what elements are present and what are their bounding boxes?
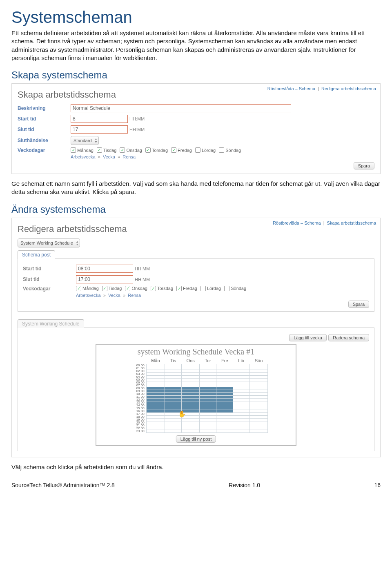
slut-tid-input[interactable]: [71, 125, 128, 134]
calendar-cell[interactable]: [233, 401, 250, 404]
calendar-cell[interactable]: [250, 412, 268, 415]
calendar-cell[interactable]: [146, 401, 165, 404]
link-rensa[interactable]: Rensa: [128, 293, 141, 298]
calendar-cell[interactable]: [250, 395, 268, 398]
calendar-cell[interactable]: [182, 407, 200, 410]
breadcrumb-item[interactable]: Röstbrevlåda – Schema: [267, 86, 315, 91]
calendar-cell[interactable]: [250, 415, 268, 418]
calendar-cell[interactable]: [200, 364, 216, 367]
weekday-checkbox[interactable]: ✓Tisdag: [102, 286, 122, 291]
calendar-cell[interactable]: [146, 378, 165, 381]
calendar-cell[interactable]: [165, 378, 182, 381]
delete-schedule-button[interactable]: Radera schema: [328, 334, 369, 341]
calendar-cell[interactable]: [182, 421, 200, 424]
calendar-cell[interactable]: [216, 401, 233, 404]
calendar-cell[interactable]: [182, 390, 200, 392]
calendar-cell[interactable]: [165, 418, 182, 421]
breadcrumb-item[interactable]: Redigera arbetstidsschema: [321, 86, 376, 91]
calendar-cell[interactable]: [250, 372, 268, 375]
calendar-cell[interactable]: [182, 370, 200, 372]
calendar-cell[interactable]: [233, 390, 250, 392]
calendar-cell[interactable]: [146, 430, 165, 432]
save-button[interactable]: Spara: [354, 162, 374, 169]
calendar-cell[interactable]: [182, 424, 200, 427]
calendar-cell[interactable]: [182, 381, 200, 384]
calendar-cell[interactable]: [216, 392, 233, 395]
weekday-checkbox[interactable]: ✓Fredag: [176, 286, 197, 291]
calendar-cell[interactable]: [216, 430, 233, 432]
calendar-cell[interactable]: [200, 418, 216, 421]
calendar-cell[interactable]: [250, 367, 268, 370]
calendar-cell[interactable]: [200, 387, 216, 390]
calendar-cell[interactable]: [146, 395, 165, 398]
calendar-cell[interactable]: [200, 401, 216, 404]
calendar-cell[interactable]: [182, 430, 200, 432]
calendar-cell[interactable]: [165, 398, 182, 401]
calendar-cell[interactable]: [233, 372, 250, 375]
calendar-cell[interactable]: [250, 410, 268, 412]
calendar-cell[interactable]: [233, 370, 250, 372]
weekday-checkbox[interactable]: ✓Måndag: [71, 147, 94, 153]
calendar-cell[interactable]: [146, 404, 165, 407]
calendar-cell[interactable]: [182, 372, 200, 375]
calendar-cell[interactable]: [146, 381, 165, 384]
calendar-cell[interactable]: [165, 395, 182, 398]
calendar-cell[interactable]: [216, 421, 233, 424]
calendar-cell[interactable]: [216, 364, 233, 367]
weekday-checkbox[interactable]: ✓Måndag: [76, 286, 99, 291]
link-rensa[interactable]: Rensa: [122, 154, 136, 159]
link-vecka[interactable]: Vecka: [103, 154, 115, 159]
calendar-cell[interactable]: [146, 392, 165, 395]
calendar-cell[interactable]: [146, 384, 165, 387]
weekday-checkbox[interactable]: ✓Torsdag: [151, 286, 173, 291]
calendar-cell[interactable]: [182, 392, 200, 395]
calendar-cell[interactable]: [165, 364, 182, 367]
calendar-cell[interactable]: [165, 430, 182, 432]
calendar-cell[interactable]: [216, 395, 233, 398]
calendar-cell[interactable]: [216, 372, 233, 375]
calendar-cell[interactable]: [200, 427, 216, 430]
calendar-cell[interactable]: [165, 427, 182, 430]
calendar-cell[interactable]: [146, 390, 165, 392]
calendar-cell[interactable]: [200, 367, 216, 370]
calendar-cell[interactable]: [146, 407, 165, 410]
calendar-cell[interactable]: [216, 410, 233, 412]
calendar-cell[interactable]: [165, 392, 182, 395]
calendar-cell[interactable]: [216, 390, 233, 392]
calendar-cell[interactable]: [216, 370, 233, 372]
calendar-cell[interactable]: [200, 375, 216, 378]
calendar-cell[interactable]: [216, 387, 233, 390]
calendar-cell[interactable]: [250, 424, 268, 427]
calendar-cell[interactable]: [233, 364, 250, 367]
weekday-checkbox[interactable]: Söndag: [224, 286, 246, 291]
calendar-cell[interactable]: [182, 364, 200, 367]
calendar-cell[interactable]: [250, 427, 268, 430]
calendar-cell[interactable]: [165, 407, 182, 410]
calendar-cell[interactable]: [200, 424, 216, 427]
calendar-cell[interactable]: [250, 384, 268, 387]
calendar-cell[interactable]: [233, 398, 250, 401]
calendar-cell[interactable]: [233, 387, 250, 390]
calendar-cell[interactable]: [233, 421, 250, 424]
weekday-checkbox[interactable]: Lördag: [200, 286, 221, 291]
calendar-cell[interactable]: [216, 381, 233, 384]
calendar-cell[interactable]: [250, 381, 268, 384]
calendar-cell[interactable]: [250, 375, 268, 378]
calendar-cell[interactable]: [165, 424, 182, 427]
calendar-cell[interactable]: [146, 418, 165, 421]
calendar-cell[interactable]: [233, 418, 250, 421]
calendar-cell[interactable]: [250, 398, 268, 401]
calendar-cell[interactable]: [200, 392, 216, 395]
calendar-cell[interactable]: [200, 390, 216, 392]
calendar-cell[interactable]: [165, 390, 182, 392]
calendar-cell[interactable]: [146, 427, 165, 430]
calendar-cell[interactable]: [165, 370, 182, 372]
calendar-cell[interactable]: [146, 370, 165, 372]
calendar-cell[interactable]: [146, 372, 165, 375]
calendar-cell[interactable]: [146, 398, 165, 401]
calendar-cell[interactable]: [233, 424, 250, 427]
calendar-cell[interactable]: [165, 387, 182, 390]
calendar-cell[interactable]: [182, 401, 200, 404]
breadcrumb-item[interactable]: Skapa arbetstidsschema: [327, 221, 376, 225]
calendar-cell[interactable]: [216, 412, 233, 415]
